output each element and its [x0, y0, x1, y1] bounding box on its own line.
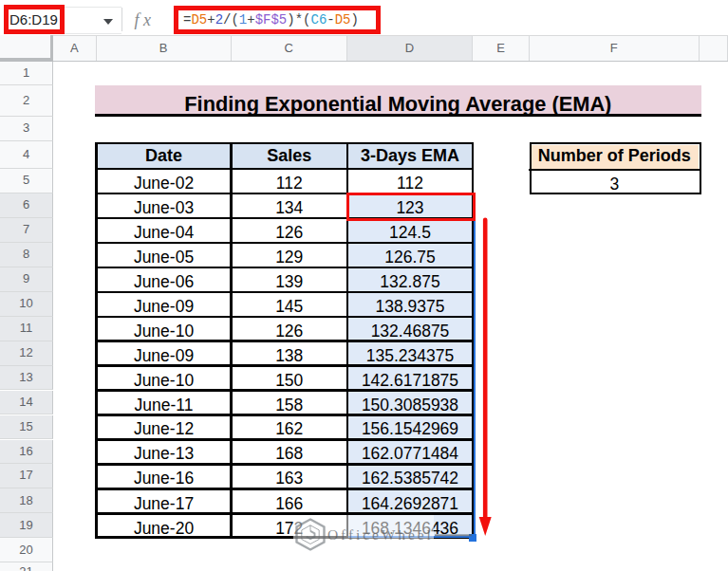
- svg-text:OfficeWheel: OfficeWheel: [327, 526, 434, 543]
